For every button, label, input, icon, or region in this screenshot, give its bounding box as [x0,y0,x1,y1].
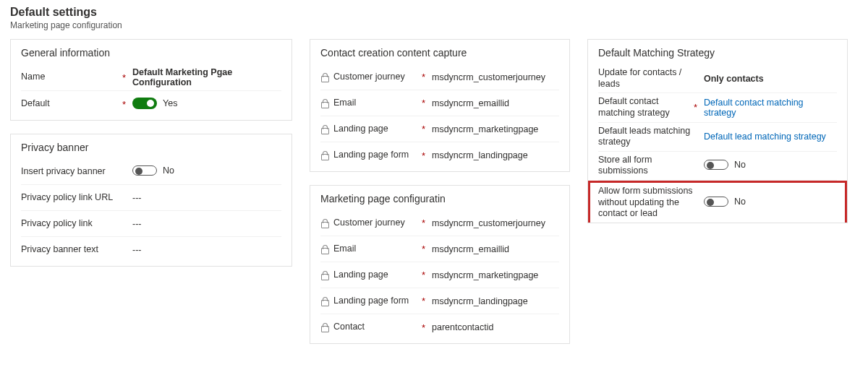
card-title-matching: Default Matching Strategy [598,47,837,59]
card-title-general: General information [21,47,281,59]
lock-icon [320,322,329,332]
update-for-label: Update for contacts / leads [598,67,694,90]
cj-label: Customer journey [333,72,405,83]
toggle-text: Yes [163,98,177,108]
default-toggle[interactable]: Yes [132,98,177,109]
privacy-url-value[interactable]: --- [128,193,281,203]
toggle-text: No [734,160,746,170]
update-for-value[interactable]: Only contacts [699,74,837,84]
page-title: Default settings [10,6,858,19]
lead-strategy-label: Default leads matching strategy [598,126,694,148]
contact-strategy-link[interactable]: Default contact matching strategy [699,98,837,118]
required-indicator: * [422,243,427,254]
privacy-url-label: Privacy policy link URL [21,192,122,204]
name-label: Name [21,72,122,83]
privacy-banner-card: Privacy banner Insert privacy banner No … [10,134,292,267]
lock-icon [320,270,329,280]
insert-banner-toggle[interactable]: No [132,165,174,176]
lp-value: msdyncrm_marketingpage [427,124,559,134]
lpf-value: msdyncrm_landingpage [427,150,559,160]
lock-icon [320,98,329,108]
lock-icon [320,150,329,160]
card-title-privacy: Privacy banner [21,142,281,153]
default-label: Default [21,98,122,110]
email-label: Email [333,98,356,109]
allow-submissions-highlight: Allow form submissions without updating … [588,181,847,223]
contact-value: parentcontactid [427,322,559,332]
allow-submissions-toggle[interactable]: No [704,197,746,207]
privacy-link-value[interactable]: --- [128,219,281,229]
required-indicator: * [422,270,427,280]
required-indicator: * [422,296,427,306]
contact-strategy-label: Default contact matching strategy [598,96,694,118]
lp-value: msdyncrm_marketingpage [427,270,559,280]
lock-icon [320,296,329,306]
general-information-card: General information Name * Default Marke… [10,39,292,121]
card-title-capture: Contact creation content capture [320,47,559,59]
lp-label: Landing page [333,270,388,281]
required-indicator: * [122,72,128,83]
store-all-label: Store all form submissions [598,155,694,177]
cj-label: Customer journey [333,217,405,229]
lpf-label: Landing page form [333,296,409,307]
required-indicator: * [694,102,699,113]
page-subtitle: Marketing page configuration [10,20,858,30]
required-indicator: * [422,150,427,161]
lpf-label: Landing page form [333,150,409,161]
required-indicator: * [422,217,427,228]
required-indicator: * [422,72,427,82]
toggle-text: No [163,165,174,176]
store-all-toggle[interactable]: No [704,160,746,170]
marketing-page-config-card: Marketing page configuratin Customer jou… [310,185,570,344]
toggle-text: No [734,197,746,207]
allow-submissions-label: Allow form submissions without updating … [598,186,694,220]
cj-value: msdyncrm_customerjourney [427,72,559,82]
contact-capture-card: Contact creation content capture Custome… [310,39,570,172]
privacy-link-label: Privacy policy link [21,218,122,230]
card-title-mpc: Marketing page configuratin [320,193,559,204]
cj-value: msdyncrm_customerjourney [427,218,559,228]
lpf-value: msdyncrm_landingpage [427,296,559,306]
lead-strategy-link[interactable]: Default lead matching strategy [699,132,837,142]
required-indicator: * [422,124,427,134]
lock-icon [320,244,329,254]
contact-label: Contact [333,322,365,333]
matching-strategy-card: Default Matching Strategy Update for con… [587,39,848,223]
email-value: msdyncrm_emaillid [427,98,559,108]
required-indicator: * [422,322,427,333]
privacy-text-label: Privacy banner text [21,244,122,256]
lock-icon [320,124,329,134]
required-indicator: * [122,99,128,110]
name-value[interactable]: Default Marketing Pgae Configuration [128,67,281,87]
insert-banner-label: Insert privacy banner [21,166,122,178]
lp-label: Landing page [333,124,388,135]
lock-icon [320,72,329,82]
email-value: msdyncrm_emaillid [427,244,559,254]
lock-icon [320,218,329,228]
required-indicator: * [422,98,427,108]
email-label: Email [333,243,356,255]
privacy-text-value[interactable]: --- [128,245,281,255]
